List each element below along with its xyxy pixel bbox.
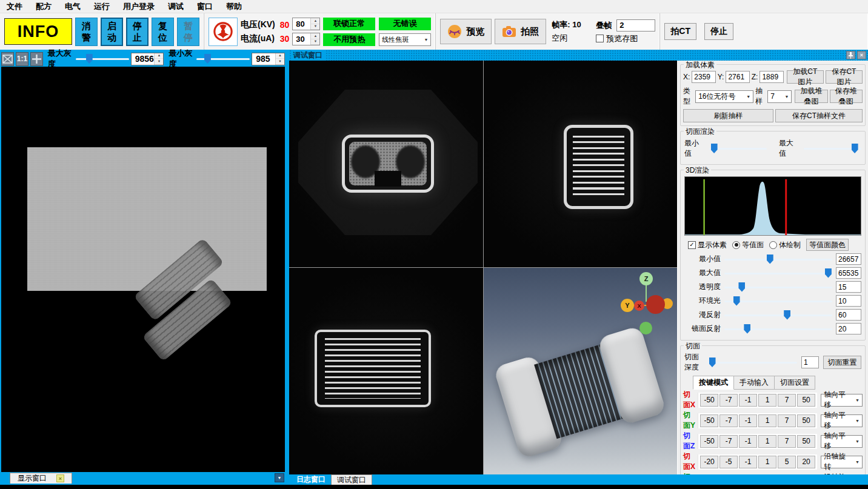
control-button-0[interactable]: 消 警: [75, 18, 98, 46]
pin-button[interactable]: [846, 51, 855, 59]
voltage-input[interactable]: 80 ▲▼: [292, 18, 320, 30]
current-input[interactable]: 30 ▲▼: [292, 33, 320, 45]
bottom-tab-1[interactable]: 调试窗口: [331, 474, 372, 485]
save-stack-button[interactable]: 保存堆叠图: [830, 90, 863, 103]
slice-step-button-0-5[interactable]: 50: [797, 394, 815, 407]
max-gray-spinner[interactable]: ▲▼: [154, 53, 163, 65]
slice-render-max-slider[interactable]: [804, 144, 861, 153]
refresh-sample-button[interactable]: 刷新抽样: [683, 109, 773, 122]
stop-ct-button[interactable]: 停止: [704, 23, 733, 40]
spin-down-icon[interactable]: ▼: [311, 24, 319, 30]
min-gray-input[interactable]: 985 ▲▼: [252, 53, 285, 65]
slice-step-button-1-0[interactable]: -50: [700, 414, 718, 427]
slice-step-button-0-1[interactable]: -7: [719, 394, 738, 407]
menu-item-1[interactable]: 配方: [29, 0, 58, 13]
sample-select[interactable]: 7▼: [767, 90, 792, 103]
radiation-button[interactable]: [209, 18, 238, 46]
save-ct-sample-button[interactable]: 保存CT抽样文件: [775, 109, 863, 122]
volume-render-radio[interactable]: [769, 241, 777, 249]
voxel-x-input[interactable]: 2359: [692, 71, 715, 83]
slice-step-button-1-4[interactable]: 7: [778, 414, 796, 427]
slice-step-button-0-0[interactable]: -50: [700, 394, 718, 407]
slice-mode-select[interactable]: 轴向平移▼: [821, 435, 863, 448]
gizmo-z-handle[interactable]: Z: [639, 272, 653, 285]
zoom-1to1-button[interactable]: 1:1: [16, 52, 28, 66]
save-ct-button[interactable]: 保存CT图片: [826, 70, 863, 84]
menu-item-0[interactable]: 文件: [0, 0, 29, 13]
capture-button[interactable]: 拍照: [495, 19, 546, 44]
render-slider[interactable]: [724, 282, 832, 292]
slider-thumb[interactable]: [733, 296, 740, 306]
spin-up-icon[interactable]: ▲: [311, 18, 319, 24]
control-button-3[interactable]: 复 位: [152, 18, 174, 46]
slider-thumb[interactable]: [825, 268, 832, 278]
voxel-type-select[interactable]: 16位无符号▼: [695, 90, 753, 103]
ct-coronal-view[interactable]: [289, 268, 483, 474]
stack-frames-input[interactable]: [616, 19, 655, 32]
slice-render-min-slider[interactable]: [709, 144, 767, 153]
preview-button[interactable]: 预览: [440, 19, 492, 44]
slice-step-button-2-4[interactable]: 7: [778, 435, 796, 448]
slice-step-button-3-0[interactable]: -20: [700, 456, 718, 468]
slice-depth-input[interactable]: 1: [801, 356, 819, 368]
slider-thumb[interactable]: [784, 310, 790, 320]
slice-step-button-1-1[interactable]: -7: [719, 414, 738, 427]
menu-item-7[interactable]: 帮助: [219, 0, 249, 13]
slice-step-button-3-2[interactable]: -1: [739, 456, 757, 468]
histogram-min-marker[interactable]: [703, 179, 704, 235]
bottom-tab-0[interactable]: 日志窗口: [291, 474, 331, 485]
render-slider-value-box[interactable]: 10: [836, 295, 861, 307]
close-button[interactable]: ×: [857, 51, 866, 59]
slice-depth-slider[interactable]: [707, 358, 797, 367]
slice-mode-select[interactable]: 沿轴旋转▼: [821, 456, 863, 468]
slider-thumb[interactable]: [767, 254, 773, 264]
render-slider-value-box[interactable]: 60: [836, 309, 861, 321]
iso-color-button[interactable]: 等值面颜色: [806, 239, 849, 251]
gizmo-x-handle[interactable]: X: [634, 301, 644, 311]
load-stack-button[interactable]: 加载堆叠图: [795, 90, 827, 103]
control-button-1[interactable]: 启 动: [101, 18, 123, 46]
render-slider-value-box[interactable]: 15: [836, 281, 861, 293]
render-slider[interactable]: [724, 254, 832, 264]
slice-mode-select[interactable]: 轴向平移▼: [821, 394, 863, 407]
slider-thumb[interactable]: [744, 324, 750, 334]
slice-tab-2[interactable]: 切面设置: [775, 376, 815, 390]
tab-list-dropdown-button[interactable]: ▼: [275, 473, 284, 482]
slice-step-button-2-1[interactable]: -7: [719, 435, 738, 448]
focus-mode-select[interactable]: 线性焦斑 ▼: [379, 33, 431, 46]
slice-reset-button[interactable]: 切面重置: [823, 356, 861, 369]
render-slider-value-box[interactable]: 65535: [836, 267, 861, 279]
slider-thumb[interactable]: [738, 282, 745, 292]
menu-item-3[interactable]: 运行: [87, 0, 116, 13]
control-button-2[interactable]: 停 止: [126, 18, 149, 46]
show-voxel-checkbox[interactable]: ✓: [688, 241, 696, 249]
slice-step-button-3-5[interactable]: 20: [797, 456, 815, 468]
slice-step-button-0-3[interactable]: 1: [758, 394, 776, 407]
slice-step-button-1-2[interactable]: -1: [739, 414, 757, 427]
render-slider-value-box[interactable]: 20: [836, 323, 861, 334]
gizmo-y-handle[interactable]: Y: [621, 299, 634, 312]
slice-step-button-2-3[interactable]: 1: [758, 435, 776, 448]
menu-item-2[interactable]: 电气: [58, 0, 87, 13]
crosshair-button[interactable]: [30, 52, 43, 66]
render-slider-value-box[interactable]: 26657: [836, 253, 861, 265]
voltage-spinner[interactable]: ▲▼: [310, 18, 319, 30]
xray-preview-view[interactable]: [1, 67, 285, 472]
slice-step-button-2-0[interactable]: -50: [700, 435, 718, 448]
spin-down-icon[interactable]: ▼: [311, 39, 319, 45]
slider-thumb[interactable]: [852, 144, 858, 153]
voxel-y-input[interactable]: 2761: [726, 71, 749, 83]
slice-step-button-1-3[interactable]: 1: [758, 414, 776, 427]
histogram-max-marker[interactable]: [785, 179, 787, 235]
max-gray-input[interactable]: 9856 ▲▼: [131, 53, 164, 65]
ct-3d-view[interactable]: Z Y X: [484, 268, 677, 474]
render-slider[interactable]: [724, 310, 832, 320]
close-icon[interactable]: ×: [56, 474, 64, 482]
menu-item-5[interactable]: 调试: [161, 0, 190, 13]
min-gray-spinner[interactable]: ▲▼: [275, 53, 284, 65]
render-slider[interactable]: [724, 324, 832, 334]
voxel-z-input[interactable]: 1889: [760, 71, 783, 83]
max-gray-slider[interactable]: [76, 54, 129, 64]
slice-tab-0[interactable]: 按键模式: [693, 376, 734, 390]
ct-axial-view[interactable]: [289, 61, 483, 267]
